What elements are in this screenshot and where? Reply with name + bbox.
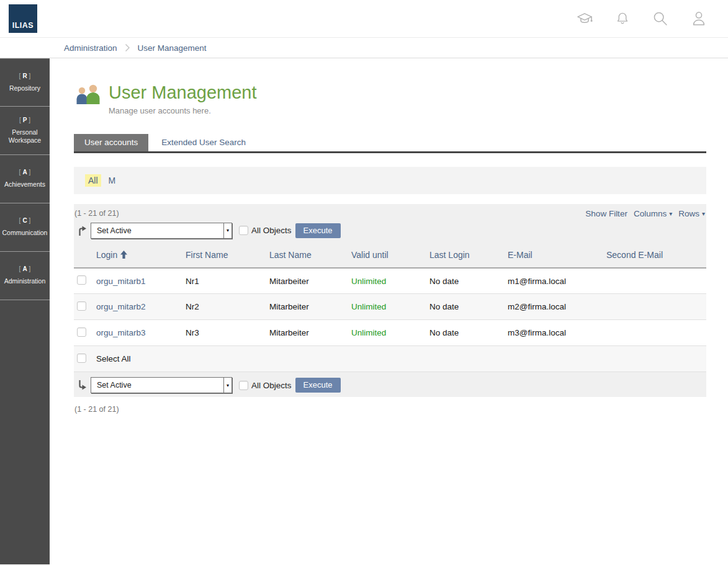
user-login-link[interactable]: orgu_mitarb3 [96, 328, 146, 337]
select-all-checkbox[interactable] [77, 354, 86, 363]
letter-filter-all[interactable]: All [85, 174, 101, 187]
user-accounts-table: Login First Name Last Name Valid until L… [74, 244, 706, 373]
show-filter-link[interactable]: Show Filter [585, 209, 627, 218]
user-table-panel: (1 - 21 of 21) Show Filter Columns ▾ Row… [74, 204, 706, 398]
page-title: User Management [109, 83, 257, 103]
tab-user-accounts[interactable]: User accounts [74, 134, 148, 151]
ilias-logo[interactable]: ILIAS [9, 4, 37, 33]
bulk-action-value: Set Active [97, 381, 132, 389]
cell-first-name: Nr3 [186, 320, 269, 346]
cell-last-name: Mitarbeiter [269, 294, 351, 320]
columns-label: Columns [634, 209, 667, 218]
sidebar-item-label: Achievements [4, 180, 45, 189]
notifications-bell-icon[interactable] [614, 10, 631, 27]
letter-filter-m[interactable]: M [109, 176, 116, 185]
column-header-valid-until[interactable]: Valid until [351, 244, 429, 268]
cell-last-login: No date [429, 268, 508, 294]
cell-second-email [606, 294, 706, 320]
cell-valid-until: Unlimited [351, 268, 429, 294]
table-row: orgu_mitarb3 Nr3 Mitarbeiter Unlimited N… [74, 320, 706, 346]
sidebar-item-personal-workspace[interactable]: P Personal Workspace [0, 107, 50, 155]
tab-extended-user-search[interactable]: Extended User Search [151, 134, 256, 151]
breadcrumb-administration[interactable]: Administration [64, 43, 117, 53]
all-objects-label: All Objects [251, 226, 292, 235]
cell-second-email [606, 320, 706, 346]
cell-last-name: Mitarbeiter [269, 268, 351, 294]
letter-filter-bar: All M [74, 167, 706, 194]
sidebar-item-label: Communication [2, 229, 48, 237]
column-header-email[interactable]: E-Mail [508, 244, 606, 268]
bottom-action-row: Set Active ▾ All Objects Execute [74, 377, 706, 393]
rows-selector[interactable]: Rows ▾ [678, 209, 705, 218]
breadcrumb: Administration User Management [0, 37, 728, 58]
administration-icon: A [19, 265, 31, 272]
cell-second-email [606, 268, 706, 294]
top-bar: ILIAS [0, 0, 728, 37]
cell-email: m3@firma.local [508, 320, 606, 346]
top-action-row: Set Active ▾ All Objects Execute [74, 223, 706, 239]
column-header-last-name[interactable]: Last Name [269, 244, 351, 268]
column-header-first-name[interactable]: First Name [186, 244, 269, 268]
all-objects-checkbox-bottom[interactable] [239, 381, 248, 390]
sidebar-item-label: Administration [4, 277, 46, 285]
achievements-icon: A [19, 169, 31, 176]
row-checkbox[interactable] [77, 327, 86, 337]
sidebar-item-achievements[interactable]: A Achievements [0, 155, 50, 203]
execute-button[interactable]: Execute [295, 223, 341, 238]
chevron-down-icon: ▾ [702, 210, 705, 217]
result-range: (1 - 21 of 21) [74, 209, 119, 218]
main-sidebar: R Repository P Personal Workspace A Achi… [0, 58, 50, 564]
sidebar-item-administration[interactable]: A Administration [0, 252, 50, 300]
bulk-action-select[interactable]: Set Active ▾ [91, 223, 232, 239]
cell-last-name: Mitarbeiter [269, 320, 351, 346]
sidebar-item-label: Personal Workspace [1, 128, 48, 145]
all-objects-label: All Objects [251, 381, 292, 390]
cell-valid-until: Unlimited [351, 294, 429, 320]
user-icon[interactable] [690, 10, 708, 27]
execute-button-bottom[interactable]: Execute [295, 378, 341, 393]
select-dropdown-arrow-icon: ▾ [223, 378, 231, 393]
apply-below-arrow-icon [76, 380, 87, 391]
bulk-action-value: Set Active [97, 226, 132, 235]
sidebar-item-label: Repository [9, 84, 40, 92]
user-login-link[interactable]: orgu_mitarb2 [96, 302, 146, 311]
select-all-label: Select All [96, 346, 706, 372]
columns-selector[interactable]: Columns ▾ [634, 209, 672, 218]
select-all-row: Select All [74, 346, 706, 372]
column-header-login[interactable]: Login [96, 244, 186, 268]
result-range-footer: (1 - 21 of 21) [74, 405, 706, 414]
column-header-label: Login [96, 250, 117, 260]
chevron-right-icon [125, 43, 130, 52]
learning-icon[interactable] [576, 10, 593, 27]
column-header-second-email[interactable]: Second E-Mail [606, 244, 706, 268]
cell-last-login: No date [429, 294, 508, 320]
tab-bar: User accounts Extended User Search [74, 134, 706, 153]
breadcrumb-user-management[interactable]: User Management [138, 43, 207, 53]
column-header-last-login[interactable]: Last Login [429, 244, 508, 268]
sort-ascending-icon [120, 251, 127, 260]
header-checkbox-spacer [74, 244, 96, 268]
search-icon[interactable] [652, 10, 669, 27]
cell-valid-until: Unlimited [351, 320, 429, 346]
rows-label: Rows [678, 209, 699, 218]
table-row: orgu_mitarb2 Nr2 Mitarbeiter Unlimited N… [74, 294, 706, 320]
cell-email: m1@firma.local [508, 268, 606, 294]
chevron-down-icon: ▾ [669, 210, 672, 217]
cell-email: m2@firma.local [508, 294, 606, 320]
users-group-icon [74, 84, 101, 109]
cell-first-name: Nr1 [186, 268, 269, 294]
table-row: orgu_mitarb1 Nr1 Mitarbeiter Unlimited N… [74, 268, 706, 294]
bulk-action-select-bottom[interactable]: Set Active ▾ [91, 377, 232, 393]
row-checkbox[interactable] [77, 301, 86, 311]
all-objects-checkbox[interactable] [239, 226, 248, 235]
personal-workspace-icon: P [19, 117, 30, 123]
cell-last-login: No date [429, 320, 508, 346]
apply-above-arrow-icon [76, 225, 87, 236]
page-subtitle: Manage user accounts here. [109, 106, 257, 115]
communication-icon: C [19, 217, 31, 224]
user-login-link[interactable]: orgu_mitarb1 [96, 277, 146, 286]
sidebar-item-repository[interactable]: R Repository [0, 58, 50, 107]
sidebar-item-communication[interactable]: C Communication [0, 203, 50, 252]
row-checkbox[interactable] [77, 275, 86, 285]
cell-first-name: Nr2 [186, 294, 269, 320]
